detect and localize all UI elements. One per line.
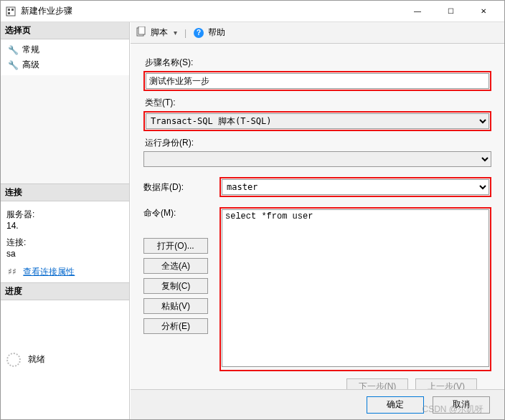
step-nav-buttons: 下一步(N) 上一步(V) xyxy=(143,371,491,389)
wrench-icon: 🔧 xyxy=(8,45,18,55)
chevron-down-icon[interactable]: ▾ xyxy=(174,29,177,37)
server-label: 服务器: xyxy=(6,209,123,221)
connection-label: 连接: xyxy=(6,237,123,249)
command-highlight xyxy=(220,207,491,371)
svg-rect-0 xyxy=(6,7,15,16)
sidebar-item-label: 高级 xyxy=(22,59,39,71)
dialog-body: 选择页 🔧 常规 🔧 高级 连接 服务器: 14. 连接: sa ♯♯ xyxy=(1,22,504,419)
progress-panel: 就绪 xyxy=(1,300,129,420)
run-as-label: 运行身份(R): xyxy=(145,137,491,149)
window-title: 新建作业步骤 xyxy=(21,5,401,17)
script-icon xyxy=(136,27,146,39)
type-label: 类型(T): xyxy=(145,97,491,109)
command-left-col: 命令(M): 打开(O)... 全选(A) 复制(C) 粘贴(V) 分析(E) xyxy=(143,207,208,334)
progress-header: 进度 xyxy=(1,282,129,300)
step-name-label: 步骤名称(S): xyxy=(145,57,491,69)
svg-rect-5 xyxy=(138,27,145,34)
toolbar-separator: | xyxy=(184,28,187,38)
help-label[interactable]: 帮助 xyxy=(208,27,225,39)
wrench-icon: 🔧 xyxy=(8,60,18,70)
sidebar-item-general[interactable]: 🔧 常规 xyxy=(1,42,129,57)
command-textarea[interactable] xyxy=(222,209,489,367)
step-name-highlight xyxy=(143,71,491,91)
sidebar-item-label: 常规 xyxy=(22,44,39,56)
spinner-icon xyxy=(6,353,21,367)
sidebar-item-advanced[interactable]: 🔧 高级 xyxy=(1,57,129,72)
titlebar[interactable]: 新建作业步骤 — ☐ ✕ xyxy=(1,1,504,22)
window-controls: — ☐ ✕ xyxy=(401,1,500,22)
run-as-select[interactable] xyxy=(143,151,491,167)
script-label[interactable]: 脚本 xyxy=(151,27,168,39)
server-value: 14. xyxy=(6,221,123,231)
dialog-window: 新建作业步骤 — ☐ ✕ 选择页 🔧 常规 🔧 高级 连接 服务器: xyxy=(0,0,505,420)
form-content: 步骤名称(S): 类型(T): Transact-SQL 脚本(T-SQL) 运… xyxy=(131,44,504,389)
database-select[interactable]: master xyxy=(222,179,489,195)
parse-button[interactable]: 分析(E) xyxy=(143,318,208,334)
nav-list: 🔧 常规 🔧 高级 xyxy=(1,39,129,75)
connection-value: sa xyxy=(6,249,123,259)
database-label: 数据库(D): xyxy=(143,181,208,194)
command-label: 命令(M): xyxy=(143,207,208,219)
next-step-button[interactable]: 下一步(N) xyxy=(346,378,408,389)
type-highlight: Transact-SQL 脚本(T-SQL) xyxy=(143,111,491,131)
view-connection-props-link[interactable]: 查看连接属性 xyxy=(23,267,75,277)
svg-rect-1 xyxy=(8,9,10,11)
copy-button[interactable]: 复制(C) xyxy=(143,278,208,294)
toolbar: 脚本 ▾ | ? 帮助 xyxy=(131,22,504,44)
cancel-button[interactable]: 取消 xyxy=(433,396,490,414)
prev-step-button[interactable]: 上一步(V) xyxy=(415,378,477,389)
select-all-button[interactable]: 全选(A) xyxy=(143,258,208,274)
progress-status: 就绪 xyxy=(28,353,45,366)
svg-rect-3 xyxy=(8,12,10,14)
database-highlight: master xyxy=(220,177,491,197)
app-icon xyxy=(5,6,16,17)
open-button[interactable]: 打开(O)... xyxy=(143,238,208,254)
database-row: 数据库(D): master xyxy=(143,177,491,197)
dialog-footer: 确定 取消 xyxy=(131,389,504,419)
svg-rect-2 xyxy=(11,9,14,11)
select-page-header: 选择页 xyxy=(1,22,129,39)
help-icon[interactable]: ? xyxy=(194,28,204,38)
connection-props-icon: ♯♯ xyxy=(6,267,18,277)
connection-header: 连接 xyxy=(1,183,129,201)
command-row: 命令(M): 打开(O)... 全选(A) 复制(C) 粘贴(V) 分析(E) xyxy=(143,207,491,371)
maximize-button[interactable]: ☐ xyxy=(434,1,467,22)
main-panel: 脚本 ▾ | ? 帮助 步骤名称(S): 类型(T): Transact-SQL… xyxy=(130,22,504,419)
close-button[interactable]: ✕ xyxy=(467,1,500,22)
paste-button[interactable]: 粘贴(V) xyxy=(143,298,208,314)
connection-panel: 服务器: 14. 连接: sa ♯♯ 查看连接属性 xyxy=(1,201,129,282)
ok-button[interactable]: 确定 xyxy=(367,396,424,414)
sidebar: 选择页 🔧 常规 🔧 高级 连接 服务器: 14. 连接: sa ♯♯ xyxy=(1,22,130,419)
type-select[interactable]: Transact-SQL 脚本(T-SQL) xyxy=(146,113,489,129)
minimize-button[interactable]: — xyxy=(401,1,434,22)
step-name-input[interactable] xyxy=(146,73,489,89)
